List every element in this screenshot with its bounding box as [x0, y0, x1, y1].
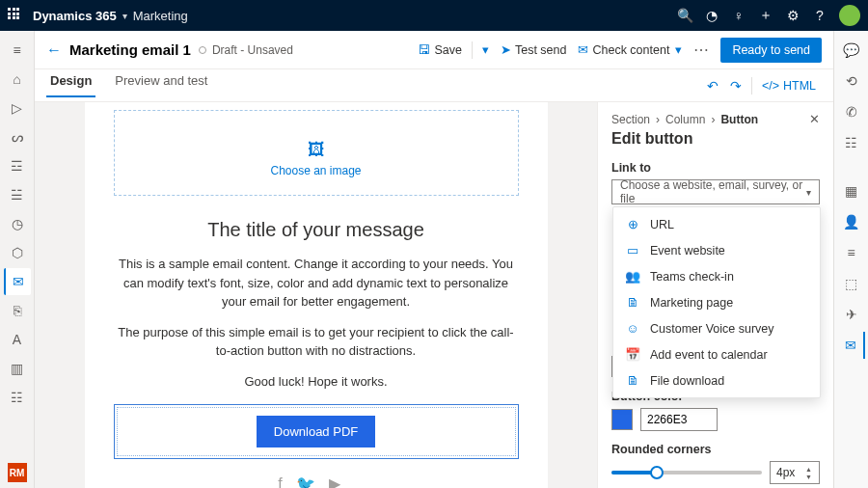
youtube-icon[interactable]: ▶: [329, 475, 354, 488]
option-teams-checkin[interactable]: 👥Teams check-in: [613, 263, 820, 289]
button-color-swatch[interactable]: [611, 409, 633, 430]
close-panel-icon[interactable]: ✕: [809, 112, 820, 126]
home-icon[interactable]: ⌂: [4, 66, 31, 93]
share-icon[interactable]: ⟲: [838, 68, 865, 95]
step-down-icon[interactable]: ▼: [805, 474, 817, 480]
facebook-icon[interactable]: f: [278, 475, 295, 488]
chevron-down-icon: ▾: [482, 42, 489, 57]
message-paragraph-2[interactable]: The purpose of this simple email is to g…: [114, 323, 519, 361]
breadcrumb-section[interactable]: Section: [611, 113, 650, 126]
email-canvas-scroll[interactable]: 🖼 Choose an image The title of your mess…: [35, 102, 597, 488]
ready-to-send-button[interactable]: Ready to send: [720, 38, 822, 63]
twitter-icon[interactable]: 🐦: [296, 475, 329, 488]
elements-icon[interactable]: ▦: [838, 177, 865, 204]
checklist-icon[interactable]: ☷: [838, 129, 865, 156]
check-icon: ✉: [578, 42, 588, 57]
message-paragraph-3[interactable]: Good luck! Hope it works.: [114, 372, 519, 392]
button-block-selected[interactable]: Download PDF: [114, 404, 519, 459]
option-url[interactable]: ⊕URL: [613, 211, 820, 237]
undo-button[interactable]: ↶: [701, 78, 724, 94]
image-icon: 🖼: [115, 140, 518, 160]
button-color-input[interactable]: [640, 408, 718, 431]
segments-icon[interactable]: ⬡: [4, 239, 31, 266]
properties-panel: Section › Column › Button ✕ Edit button …: [597, 102, 833, 488]
option-file-download[interactable]: 🗎File download: [613, 367, 820, 393]
option-event-website[interactable]: ▭Event website: [613, 237, 820, 263]
option-marketing-page[interactable]: 🗎Marketing page: [613, 289, 820, 315]
link-to-combobox[interactable]: Choose a website, email, survey, or file…: [611, 179, 820, 204]
panel-title: Edit button: [611, 130, 820, 148]
filter-icon[interactable]: ☱: [4, 181, 31, 208]
sitemap-rail: ≡ ⌂ ▷ ᔕ ☲ ☱ ◷ ⬡ ✉ ⎘ A ▥ ☷ RM: [0, 31, 35, 488]
search-icon[interactable]: 🔍: [671, 8, 698, 23]
breadcrumb: Section › Column › Button ✕: [611, 112, 820, 126]
check-content-button[interactable]: ✉Check content▾: [572, 39, 688, 61]
back-button[interactable]: ←: [46, 41, 62, 59]
insights-icon[interactable]: ✈: [838, 301, 865, 328]
settings-gear-icon[interactable]: ⚙: [779, 8, 806, 23]
message-paragraph-1[interactable]: This is a sample email content. Change i…: [114, 255, 519, 312]
area-switcher[interactable]: RM: [8, 463, 27, 482]
cta-button[interactable]: Download PDF: [257, 416, 375, 447]
breadcrumb-column[interactable]: Column: [665, 113, 705, 126]
styles-icon[interactable]: ⬚: [838, 270, 865, 297]
settings-icon[interactable]: ≡: [838, 239, 865, 266]
page-icon: 🗎: [625, 295, 640, 310]
app-launcher-icon[interactable]: [8, 8, 23, 23]
chat-icon[interactable]: 💬: [838, 37, 865, 64]
global-nav: Dynamics 365 ▾ Marketing 🔍 ◔ ♀ ＋ ⚙ ?: [0, 0, 868, 31]
calendar-icon: 📅: [625, 347, 640, 362]
lightbulb-icon[interactable]: ♀: [725, 8, 752, 23]
image-placeholder-label: Choose an image: [270, 164, 361, 177]
save-label: Save: [434, 43, 462, 57]
option-customer-voice[interactable]: ☺Customer Voice survey: [613, 315, 820, 341]
text-icon[interactable]: A: [4, 326, 31, 353]
save-button[interactable]: 🖫Save: [412, 39, 468, 61]
test-send-button[interactable]: ➤Test send: [495, 39, 573, 61]
journey-icon[interactable]: ᔕ: [4, 123, 31, 150]
library-icon[interactable]: ▥: [4, 355, 31, 382]
help-icon[interactable]: ?: [806, 8, 833, 23]
option-add-calendar[interactable]: 📅Add event to calendar: [613, 341, 820, 367]
redo-button[interactable]: ↷: [724, 78, 747, 94]
module-name[interactable]: Marketing: [133, 9, 188, 23]
link-to-placeholder: Choose a website, email, survey, or file: [620, 178, 806, 205]
brand[interactable]: Dynamics 365: [33, 9, 117, 23]
play-icon[interactable]: ▷: [4, 95, 31, 122]
overflow-menu[interactable]: ⋯: [688, 41, 715, 59]
hamburger-icon[interactable]: ≡: [4, 37, 31, 64]
forms-icon[interactable]: ⎘: [4, 297, 31, 324]
message-title[interactable]: The title of your message: [114, 219, 519, 241]
save-dropdown[interactable]: ▾: [476, 39, 495, 61]
rounded-corners-slider[interactable]: [611, 471, 762, 474]
user-avatar[interactable]: [839, 5, 860, 26]
add-icon[interactable]: ＋: [752, 7, 779, 24]
step-up-icon[interactable]: ▲: [805, 466, 817, 473]
more-icon[interactable]: ☷: [4, 384, 31, 411]
send-icon: ➤: [501, 42, 511, 57]
html-toggle[interactable]: </>HTML: [756, 75, 822, 96]
window-icon: ▭: [625, 243, 640, 258]
image-placeholder[interactable]: 🖼 Choose an image: [114, 110, 519, 196]
survey-icon: ☺: [625, 321, 640, 336]
analytics-icon[interactable]: ☲: [4, 152, 31, 179]
chevron-right-icon: ›: [656, 113, 660, 126]
tab-design[interactable]: Design: [46, 73, 95, 97]
check-content-label: Check content: [592, 43, 669, 57]
clock-icon[interactable]: ◷: [4, 210, 31, 237]
chevron-down-icon: ▾: [675, 42, 682, 57]
phone-icon[interactable]: ✆: [838, 98, 865, 125]
rounded-corners-label: Rounded corners: [611, 443, 820, 456]
chevron-down-icon: ▾: [806, 187, 811, 198]
code-icon: </>: [762, 79, 779, 93]
designer-tabs: Design Preview and test ↶ ↷ </>HTML: [35, 69, 833, 102]
email-canvas[interactable]: 🖼 Choose an image The title of your mess…: [85, 102, 548, 488]
tab-preview[interactable]: Preview and test: [111, 73, 211, 97]
test-send-label: Test send: [515, 43, 567, 57]
html-label: HTML: [783, 79, 816, 93]
email-icon[interactable]: ✉: [4, 268, 31, 295]
personalize-icon[interactable]: 👤: [838, 208, 865, 235]
task-icon[interactable]: ◔: [698, 8, 725, 23]
button-props-icon[interactable]: ✉: [838, 332, 865, 359]
rounded-corners-input[interactable]: 4px ▲▼: [770, 461, 820, 484]
